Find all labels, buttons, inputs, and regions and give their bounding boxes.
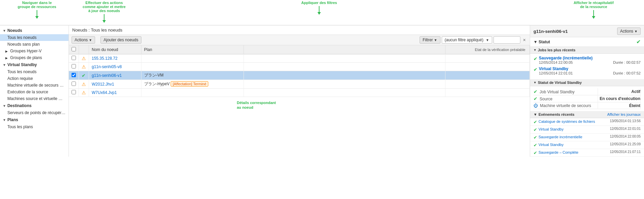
row-5-name-link[interactable]: W7Ux64.Jvp1 <box>92 90 117 95</box>
row-4-status-icon: ⚠ <box>79 80 89 89</box>
row-1-status-icon: ⚠ <box>79 54 89 63</box>
filter-text-input[interactable] <box>493 36 520 44</box>
job-item: ✔ Sauvegarde (incrémentielle) 12/05/2014… <box>533 56 641 64</box>
jobs-section-header[interactable]: ▼ Jobs les plus récents <box>530 47 644 54</box>
vs-status-content: ✔ Job Virtual Standby Actif ✔ Source En … <box>530 86 644 111</box>
status-section-header: ▼ Statut <box>533 40 550 44</box>
sidebar-item-groupes-hyperv[interactable]: ▶ Groupes Hyper-V <box>0 48 69 54</box>
event-1-content: Catalogue de systèmes de fichiers <box>539 119 608 124</box>
breadcrumb-text: Noeuds : Tous les noeuds <box>72 28 122 33</box>
row-3-status-icon: ✔ <box>79 71 89 80</box>
sidebar-item-groupes-hyperv-label: Groupes Hyper-V <box>10 49 41 53</box>
warn-icon: ⚠ <box>82 90 86 95</box>
sidebar-item-vs-machine[interactable]: Machine virtuelle de secours en cours c <box>0 82 67 89</box>
sidebar-item-vs-tous[interactable]: Tous les noeuds <box>0 68 69 75</box>
filter-button[interactable]: Filtrer ▼ <box>420 36 440 44</box>
filter-label: Filtrer <box>423 38 433 42</box>
sidebar-item-tous-noeuds-label: Tous les noeuds <box>7 35 37 40</box>
row-3-name-cell: g11n-senhi06-v1 <box>89 71 141 80</box>
row-5-status-icon: ⚠ <box>79 89 89 97</box>
sidebar-item-groupes-plans-label: Groupes de plans <box>10 55 42 60</box>
sidebar-item-destinations-servers-label: Serveurs de points de récupération <box>7 110 69 115</box>
row-3-precheck <box>445 71 529 80</box>
row-5-checkbox-cell <box>69 89 79 97</box>
right-panel-actions-button[interactable]: Actions ▼ <box>617 28 641 35</box>
row-1-name-link[interactable]: 155.35.128.72 <box>92 56 118 61</box>
sidebar-section-vs[interactable]: ▼ Virtual Standby <box>0 61 69 68</box>
sidebar-section-plans-label: Plans <box>7 117 18 122</box>
sidebar-item-vs-machines[interactable]: Machines source et virtuelle en cours c <box>0 95 67 102</box>
row-4-checkbox[interactable] <box>72 82 76 86</box>
annotation-summary: Afficher le récapitulatif de la ressourc… <box>560 1 627 19</box>
add-nodes-button[interactable]: Ajouter des noeuds <box>100 36 141 44</box>
sidebar-item-vs-execution[interactable]: Exécution de la source <box>0 89 69 95</box>
job-2-date: 12/05/2014 22:01:01 <box>539 71 573 75</box>
table-row: ⚠ W7Ux64.Jvp1 <box>69 89 530 97</box>
actions-button[interactable]: Actions ▼ <box>72 36 95 44</box>
row-2-checkbox-cell <box>69 63 79 71</box>
event-4-name[interactable]: Virtual Standby <box>539 143 563 147</box>
row-5-precheck <box>445 89 529 97</box>
row-3-checkbox[interactable] <box>72 73 76 77</box>
sidebar-section-noeuds[interactable]: ▼ Noeuds <box>0 27 69 34</box>
row-2-name-link[interactable]: g11n-senhi05-v8 <box>92 64 122 69</box>
vs-row-vm: ⏻ Machine virtuelle de secours Éteint <box>533 102 641 109</box>
event-5-name[interactable]: Sauvegarde – Complète <box>539 150 578 154</box>
sidebar-item-vs-machine-label: Machine virtuelle de secours en cours c <box>7 83 67 88</box>
event-row: ✔ Catalogue de systèmes de fichiers 13/0… <box>530 118 644 126</box>
job-2-ok-icon: ✔ <box>533 67 538 72</box>
right-panel: g11n-senhi06-v1 Actions ▼ ▼ Statut ✔ ▼ J… <box>530 26 644 157</box>
event-2-name[interactable]: Virtual Standby <box>539 127 563 131</box>
col-header-name: Nom du noeud <box>89 45 141 54</box>
filter-select[interactable]: (aucun filtre appliqué) ▼ <box>442 36 492 44</box>
sidebar-item-tous-plans[interactable]: Tous les plans <box>0 123 69 130</box>
row-4-plan-cell: プラン-HypeV [Affectation] Terminé <box>141 80 244 89</box>
select-all-checkbox[interactable] <box>72 47 76 51</box>
row-4-precheck <box>445 80 529 89</box>
event-1-name[interactable]: Catalogue de systèmes de fichiers <box>539 119 595 123</box>
row-4-spacer <box>244 80 445 89</box>
row-5-plan-cell <box>141 89 244 97</box>
job-1-date: 12/05/2014 22:00:05 <box>539 60 573 64</box>
vs-value-job: Actif <box>598 88 640 95</box>
job-1-meta: 12/05/2014 22:00:05 Durée : 00:02:57 <box>539 60 641 64</box>
row-3-name-link[interactable]: g11n-senhi06-v1 <box>92 73 122 78</box>
vs-status-section-header[interactable]: ▼ Statut de Virtual Standby <box>530 79 644 86</box>
job-2-meta: 12/05/2014 22:01:01 Durée : 00:07:52 <box>539 71 641 75</box>
filter-select-label: (aucun filtre appliqué) <box>445 38 483 42</box>
row-3-checkbox-cell <box>69 71 79 80</box>
sidebar-item-vs-action-label: Action requise <box>7 76 33 81</box>
event-3-name[interactable]: Sauvegarde incrémentielle <box>539 135 582 139</box>
filter-clear-button[interactable]: × <box>522 37 527 43</box>
row-5-spacer <box>244 89 445 97</box>
row-2-checkbox[interactable] <box>72 64 76 68</box>
job-1-name[interactable]: Sauvegarde (incrémentielle) <box>539 56 641 60</box>
warn-icon: ⚠ <box>82 56 86 61</box>
col-header-checkbox <box>69 45 79 54</box>
row-1-checkbox-cell <box>69 54 79 63</box>
sidebar-item-groupes-plans[interactable]: ▶ Groupes de plans <box>0 54 69 61</box>
event-5-ok-icon: ✔ <box>533 150 537 155</box>
row-5-checkbox[interactable] <box>72 90 76 94</box>
events-link[interactable]: Afficher les journaux <box>607 112 641 116</box>
vs-label-source: ✔ Source <box>533 95 598 102</box>
row-4-name-link[interactable]: W2012.Jhv1 <box>92 82 114 87</box>
job-2-name[interactable]: Virtual Standby <box>539 66 641 71</box>
events-label: Evénements récents <box>539 112 574 116</box>
row-1-precheck <box>445 54 529 63</box>
table-row: ⚠ g11n-senhi05-v8 <box>69 63 530 71</box>
row-5-name-cell: W7Ux64.Jvp1 <box>89 89 141 97</box>
row-1-checkbox[interactable] <box>72 56 76 60</box>
sidebar-item-tous-noeuds[interactable]: Tous les noeuds <box>0 34 69 41</box>
sidebar-item-noeuds-sans-plan-label: Noeuds sans plan <box>7 42 40 47</box>
events-triangle: ▼ <box>533 112 537 116</box>
detail-annotation: Détails correspondant au noeud <box>237 100 530 110</box>
sidebar-section-destinations[interactable]: ▼ Destinations <box>0 102 69 109</box>
filter-chevron-icon: ▼ <box>434 38 437 42</box>
vs-label-job: ✔ Job Virtual Standby <box>533 88 598 95</box>
sidebar-item-noeuds-sans-plan[interactable]: Noeuds sans plan <box>0 41 69 48</box>
sidebar-item-vs-action[interactable]: Action requise <box>0 75 69 82</box>
sidebar-item-destinations-servers[interactable]: Serveurs de points de récupération <box>0 109 69 116</box>
sidebar-section-plans[interactable]: ▼ Plans <box>0 116 69 123</box>
job-item: ✔ Virtual Standby 12/05/2014 22:01:01 Du… <box>533 66 641 75</box>
